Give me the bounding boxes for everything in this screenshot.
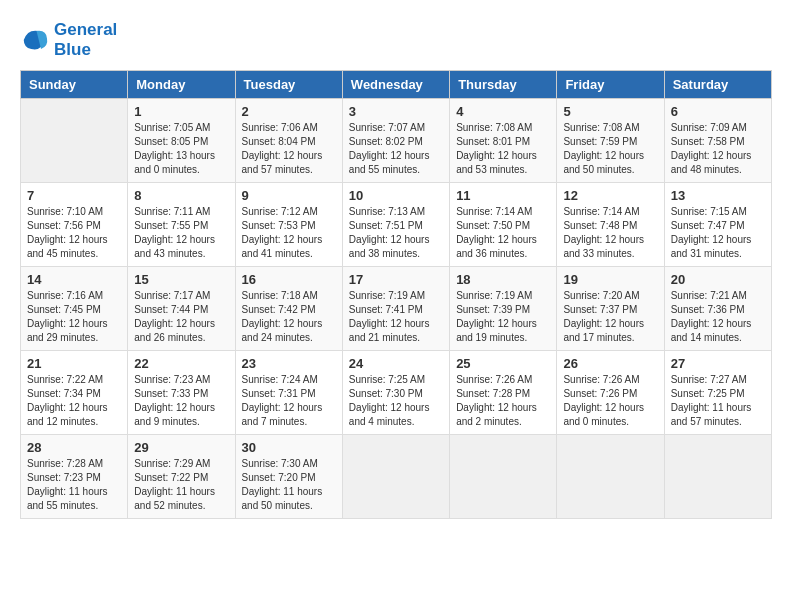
day-info: Sunrise: 7:19 AM Sunset: 7:41 PM Dayligh… <box>349 289 443 345</box>
day-info: Sunrise: 7:07 AM Sunset: 8:02 PM Dayligh… <box>349 121 443 177</box>
day-number: 28 <box>27 440 121 455</box>
day-number: 17 <box>349 272 443 287</box>
empty-day <box>342 435 449 519</box>
day-number: 18 <box>456 272 550 287</box>
weekday-tuesday: Tuesday <box>235 71 342 99</box>
day-info: Sunrise: 7:26 AM Sunset: 7:28 PM Dayligh… <box>456 373 550 429</box>
page-header: General Blue <box>20 20 772 60</box>
day-23: 23Sunrise: 7:24 AM Sunset: 7:31 PM Dayli… <box>235 351 342 435</box>
day-number: 27 <box>671 356 765 371</box>
empty-day <box>557 435 664 519</box>
day-info: Sunrise: 7:14 AM Sunset: 7:48 PM Dayligh… <box>563 205 657 261</box>
weekday-header-row: SundayMondayTuesdayWednesdayThursdayFrid… <box>21 71 772 99</box>
day-26: 26Sunrise: 7:26 AM Sunset: 7:26 PM Dayli… <box>557 351 664 435</box>
day-27: 27Sunrise: 7:27 AM Sunset: 7:25 PM Dayli… <box>664 351 771 435</box>
day-number: 12 <box>563 188 657 203</box>
day-info: Sunrise: 7:18 AM Sunset: 7:42 PM Dayligh… <box>242 289 336 345</box>
day-info: Sunrise: 7:15 AM Sunset: 7:47 PM Dayligh… <box>671 205 765 261</box>
day-number: 7 <box>27 188 121 203</box>
day-number: 15 <box>134 272 228 287</box>
day-info: Sunrise: 7:11 AM Sunset: 7:55 PM Dayligh… <box>134 205 228 261</box>
day-5: 5Sunrise: 7:08 AM Sunset: 7:59 PM Daylig… <box>557 99 664 183</box>
day-8: 8Sunrise: 7:11 AM Sunset: 7:55 PM Daylig… <box>128 183 235 267</box>
calendar-row-2: 7Sunrise: 7:10 AM Sunset: 7:56 PM Daylig… <box>21 183 772 267</box>
day-info: Sunrise: 7:26 AM Sunset: 7:26 PM Dayligh… <box>563 373 657 429</box>
day-info: Sunrise: 7:08 AM Sunset: 7:59 PM Dayligh… <box>563 121 657 177</box>
day-info: Sunrise: 7:27 AM Sunset: 7:25 PM Dayligh… <box>671 373 765 429</box>
day-12: 12Sunrise: 7:14 AM Sunset: 7:48 PM Dayli… <box>557 183 664 267</box>
day-number: 11 <box>456 188 550 203</box>
day-number: 9 <box>242 188 336 203</box>
day-info: Sunrise: 7:06 AM Sunset: 8:04 PM Dayligh… <box>242 121 336 177</box>
logo-icon <box>20 25 50 55</box>
weekday-sunday: Sunday <box>21 71 128 99</box>
day-1: 1Sunrise: 7:05 AM Sunset: 8:05 PM Daylig… <box>128 99 235 183</box>
day-number: 4 <box>456 104 550 119</box>
day-info: Sunrise: 7:08 AM Sunset: 8:01 PM Dayligh… <box>456 121 550 177</box>
day-number: 8 <box>134 188 228 203</box>
day-number: 29 <box>134 440 228 455</box>
day-number: 1 <box>134 104 228 119</box>
day-20: 20Sunrise: 7:21 AM Sunset: 7:36 PM Dayli… <box>664 267 771 351</box>
day-info: Sunrise: 7:28 AM Sunset: 7:23 PM Dayligh… <box>27 457 121 513</box>
calendar-row-1: 1Sunrise: 7:05 AM Sunset: 8:05 PM Daylig… <box>21 99 772 183</box>
day-number: 21 <box>27 356 121 371</box>
day-info: Sunrise: 7:09 AM Sunset: 7:58 PM Dayligh… <box>671 121 765 177</box>
day-info: Sunrise: 7:17 AM Sunset: 7:44 PM Dayligh… <box>134 289 228 345</box>
day-number: 26 <box>563 356 657 371</box>
day-25: 25Sunrise: 7:26 AM Sunset: 7:28 PM Dayli… <box>450 351 557 435</box>
weekday-saturday: Saturday <box>664 71 771 99</box>
day-14: 14Sunrise: 7:16 AM Sunset: 7:45 PM Dayli… <box>21 267 128 351</box>
day-15: 15Sunrise: 7:17 AM Sunset: 7:44 PM Dayli… <box>128 267 235 351</box>
day-10: 10Sunrise: 7:13 AM Sunset: 7:51 PM Dayli… <box>342 183 449 267</box>
day-28: 28Sunrise: 7:28 AM Sunset: 7:23 PM Dayli… <box>21 435 128 519</box>
day-info: Sunrise: 7:12 AM Sunset: 7:53 PM Dayligh… <box>242 205 336 261</box>
day-info: Sunrise: 7:14 AM Sunset: 7:50 PM Dayligh… <box>456 205 550 261</box>
calendar-row-3: 14Sunrise: 7:16 AM Sunset: 7:45 PM Dayli… <box>21 267 772 351</box>
day-info: Sunrise: 7:22 AM Sunset: 7:34 PM Dayligh… <box>27 373 121 429</box>
logo-text: General Blue <box>54 20 117 60</box>
day-3: 3Sunrise: 7:07 AM Sunset: 8:02 PM Daylig… <box>342 99 449 183</box>
empty-day <box>664 435 771 519</box>
day-13: 13Sunrise: 7:15 AM Sunset: 7:47 PM Dayli… <box>664 183 771 267</box>
day-number: 16 <box>242 272 336 287</box>
empty-day <box>450 435 557 519</box>
weekday-wednesday: Wednesday <box>342 71 449 99</box>
day-17: 17Sunrise: 7:19 AM Sunset: 7:41 PM Dayli… <box>342 267 449 351</box>
calendar-row-5: 28Sunrise: 7:28 AM Sunset: 7:23 PM Dayli… <box>21 435 772 519</box>
day-number: 30 <box>242 440 336 455</box>
logo: General Blue <box>20 20 117 60</box>
empty-day <box>21 99 128 183</box>
day-number: 6 <box>671 104 765 119</box>
day-info: Sunrise: 7:19 AM Sunset: 7:39 PM Dayligh… <box>456 289 550 345</box>
day-7: 7Sunrise: 7:10 AM Sunset: 7:56 PM Daylig… <box>21 183 128 267</box>
day-number: 13 <box>671 188 765 203</box>
day-21: 21Sunrise: 7:22 AM Sunset: 7:34 PM Dayli… <box>21 351 128 435</box>
day-info: Sunrise: 7:29 AM Sunset: 7:22 PM Dayligh… <box>134 457 228 513</box>
day-info: Sunrise: 7:13 AM Sunset: 7:51 PM Dayligh… <box>349 205 443 261</box>
day-number: 5 <box>563 104 657 119</box>
weekday-monday: Monday <box>128 71 235 99</box>
day-18: 18Sunrise: 7:19 AM Sunset: 7:39 PM Dayli… <box>450 267 557 351</box>
calendar-row-4: 21Sunrise: 7:22 AM Sunset: 7:34 PM Dayli… <box>21 351 772 435</box>
day-number: 25 <box>456 356 550 371</box>
day-number: 23 <box>242 356 336 371</box>
weekday-friday: Friday <box>557 71 664 99</box>
day-info: Sunrise: 7:10 AM Sunset: 7:56 PM Dayligh… <box>27 205 121 261</box>
day-info: Sunrise: 7:23 AM Sunset: 7:33 PM Dayligh… <box>134 373 228 429</box>
day-22: 22Sunrise: 7:23 AM Sunset: 7:33 PM Dayli… <box>128 351 235 435</box>
day-number: 19 <box>563 272 657 287</box>
day-number: 20 <box>671 272 765 287</box>
day-number: 24 <box>349 356 443 371</box>
day-4: 4Sunrise: 7:08 AM Sunset: 8:01 PM Daylig… <box>450 99 557 183</box>
day-info: Sunrise: 7:20 AM Sunset: 7:37 PM Dayligh… <box>563 289 657 345</box>
day-9: 9Sunrise: 7:12 AM Sunset: 7:53 PM Daylig… <box>235 183 342 267</box>
day-info: Sunrise: 7:25 AM Sunset: 7:30 PM Dayligh… <box>349 373 443 429</box>
day-29: 29Sunrise: 7:29 AM Sunset: 7:22 PM Dayli… <box>128 435 235 519</box>
day-number: 14 <box>27 272 121 287</box>
day-19: 19Sunrise: 7:20 AM Sunset: 7:37 PM Dayli… <box>557 267 664 351</box>
day-24: 24Sunrise: 7:25 AM Sunset: 7:30 PM Dayli… <box>342 351 449 435</box>
day-11: 11Sunrise: 7:14 AM Sunset: 7:50 PM Dayli… <box>450 183 557 267</box>
day-30: 30Sunrise: 7:30 AM Sunset: 7:20 PM Dayli… <box>235 435 342 519</box>
day-info: Sunrise: 7:24 AM Sunset: 7:31 PM Dayligh… <box>242 373 336 429</box>
